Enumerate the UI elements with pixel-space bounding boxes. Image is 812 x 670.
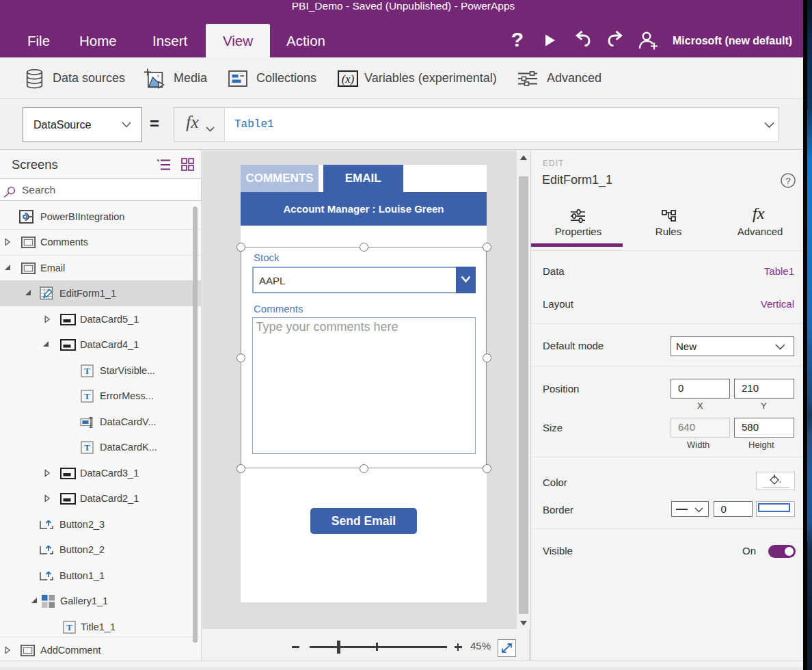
svg-text:T: T [84, 442, 90, 453]
svg-text:(x): (x) [342, 72, 354, 85]
svg-text:?: ? [785, 176, 790, 186]
svg-text:T: T [66, 622, 72, 632]
svg-text:T: T [84, 366, 90, 376]
svg-text:T: T [84, 391, 90, 401]
